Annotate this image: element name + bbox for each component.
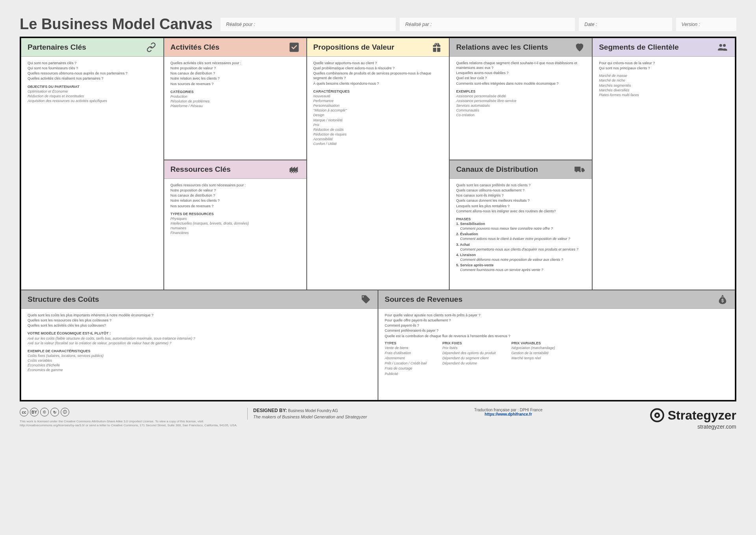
cc-badges: ccBY©↻ⓘ: [20, 408, 240, 416]
block-title: Segments de Clientèle: [599, 43, 679, 52]
designed-by-sub: The makers of Business Model Generation …: [253, 414, 367, 420]
page-header: Le Business Model Canvas Réalisé pour : …: [20, 16, 736, 33]
designed-for-field[interactable]: Réalisé pour :: [220, 18, 396, 31]
ch-phases: 1. SensibilisationComment pouvons-nous m…: [456, 221, 586, 272]
block-key-resources: Ressources Clés Quelles ressources clés …: [164, 160, 307, 290]
rev-col1-list: Vente de biensFrais d'utilisationAbonnem…: [385, 346, 427, 376]
cost-sec1-list: Axé sur les coûts (faible structure de c…: [28, 336, 371, 346]
ka-questions: Quelles activités clés sont nécessaires …: [170, 61, 300, 86]
block-title: Ressources Clés: [170, 165, 231, 174]
cc-badge-icon: BY: [30, 408, 39, 416]
checkbox-icon: [288, 41, 300, 53]
block-title: Activités Clés: [170, 43, 220, 52]
kp-questions: Qui sont nos partenaires clés ?Qui sont …: [28, 61, 157, 81]
truck-icon: [574, 163, 586, 175]
cr-questions: Quelles relations chaque segment client …: [456, 61, 586, 86]
rev-col2-list: Prix listésDépendant des options du prod…: [443, 346, 496, 366]
target-icon: [650, 408, 665, 423]
people-icon: [717, 41, 728, 53]
vp-questions: Quelle valeur apportons-nous au client ?…: [313, 61, 443, 86]
block-title: Propositions de Valeur: [313, 43, 395, 52]
header-fields: Réalisé pour : Réalisé par : Date : Vers…: [220, 18, 736, 31]
block-title: Sources de Revenues: [385, 295, 462, 304]
block-revenue-streams: Sources de Revenues Pour quelle valeur a…: [378, 290, 735, 400]
cs-section-list: Marché de masseMarché de nicheMarchés se…: [599, 73, 728, 97]
ch-questions: Quels sont les canaux préférés de nos cl…: [456, 183, 586, 214]
heart-icon: [574, 41, 586, 53]
rev-columns: TYPES Vente de biensFrais d'utilisationA…: [385, 341, 728, 377]
rev-col2-title: PRIX FIXES: [443, 341, 496, 346]
designed-by-name: Business Model Foundry AG: [288, 409, 338, 413]
kp-section-title: OBJECTIFS DU PARTENARIAT: [28, 84, 157, 89]
cc-badge-icon: ©: [40, 408, 49, 416]
block-title: Partenaires Clés: [28, 43, 86, 52]
canvas-title: Le Business Model Canvas: [20, 16, 213, 33]
block-key-activities: Activités Clés Quelles activités clés so…: [164, 38, 307, 160]
svg-point-2: [656, 414, 658, 416]
block-value-propositions: Propositions de Valeur Quelle valeur app…: [307, 38, 450, 290]
translation-link[interactable]: https://www.dphifrance.fr: [474, 412, 543, 416]
cc-badge-icon: cc: [20, 408, 28, 416]
block-cost-structure: Structure des Coûts Quels sont les coûts…: [21, 290, 378, 400]
date-field[interactable]: Date :: [579, 18, 672, 31]
cost-questions: Quels sont les coûts les plus importants…: [28, 313, 371, 328]
vp-section-list: NouveautéPerformancePersonnalisation"Mis…: [313, 94, 443, 147]
version-field[interactable]: Version :: [676, 18, 736, 31]
block-title: Canaux de Distribution: [456, 165, 538, 174]
block-title: Structure des Coûts: [28, 295, 99, 304]
cr-section-title: EXEMPLES: [456, 89, 586, 94]
cc-badge-icon: ↻: [50, 408, 59, 416]
cost-sec2-list: Coûts fixes (salaires, locations, servic…: [28, 353, 371, 373]
rev-col1-title: TYPES: [385, 341, 427, 346]
vp-section-title: CARACTÉRISTIQUES: [313, 89, 443, 94]
ch-section-title: PHASES: [456, 217, 586, 221]
ka-section-title: CATÉGORIES: [170, 89, 300, 94]
block-customer-segments: Segments de Clientèle Pour qui créons-no…: [592, 38, 735, 290]
brand-name: Strategyzer: [668, 408, 736, 423]
cc-badge-icon: ⓘ: [61, 408, 69, 416]
brand-url[interactable]: strategyzer.com: [650, 424, 736, 430]
rev-col3-title: PRIX VARIABLES: [511, 341, 555, 346]
ka-section-list: ProductionRésolution de problèmesPlatefo…: [170, 94, 300, 108]
rev-col3-list: Négociation (marchandage)Gestion de la r…: [511, 346, 555, 360]
license-text: This work is licensed under the Creative…: [20, 420, 240, 427]
cr-section-list: Assistance personnalisée dédiéAssistance…: [456, 94, 586, 118]
brand: Strategyzer: [650, 408, 736, 423]
translation-credit: Traduction française par : DPHI France: [474, 408, 543, 412]
kr-section-title: TYPES DE RESSOURCES: [170, 212, 300, 216]
cs-questions: Pour qui créons-nous de la valeur ?Qui s…: [599, 61, 728, 71]
cost-sec2-title: EXEMPLE DE CHARACTÉRISTIQUES: [28, 349, 371, 353]
block-customer-relationships: Relations avec les Clients Quelles relat…: [449, 38, 592, 160]
money-bag-icon: [717, 294, 728, 305]
kr-section-list: PhysiquesIntellectuelles (marques, breve…: [170, 216, 300, 236]
tag-icon: [359, 294, 371, 305]
business-model-canvas: Partenaires Clés Qui sont nos partenaire…: [20, 37, 736, 401]
block-key-partners: Partenaires Clés Qui sont nos partenaire…: [21, 38, 164, 290]
factory-icon: [288, 163, 300, 175]
gift-icon: [431, 41, 443, 53]
block-channels: Canaux de Distribution Quels sont les ca…: [449, 160, 592, 290]
designed-by-label: DESIGNED BY:: [253, 408, 287, 413]
kr-questions: Quelles ressources clés sont nécessaires…: [170, 183, 300, 208]
rev-questions: Pour quelle valeur ajoutée nos clients s…: [385, 313, 728, 338]
designed-by: DESIGNED BY: Business Model Foundry AG T…: [247, 408, 367, 420]
block-title: Relations avec les Clients: [456, 43, 548, 52]
page-footer: ccBY©↻ⓘ This work is licensed under the …: [20, 408, 736, 430]
designed-by-field[interactable]: Réalisé par :: [400, 18, 575, 31]
kp-section-list: Optimisation et ÉconomieRéduction de ris…: [28, 89, 157, 103]
link-icon: [145, 41, 157, 53]
cost-sec1-title: VOTRE MODÈLE ÉCONOMIQUE EST-IL PLUTÔT :: [28, 331, 371, 336]
